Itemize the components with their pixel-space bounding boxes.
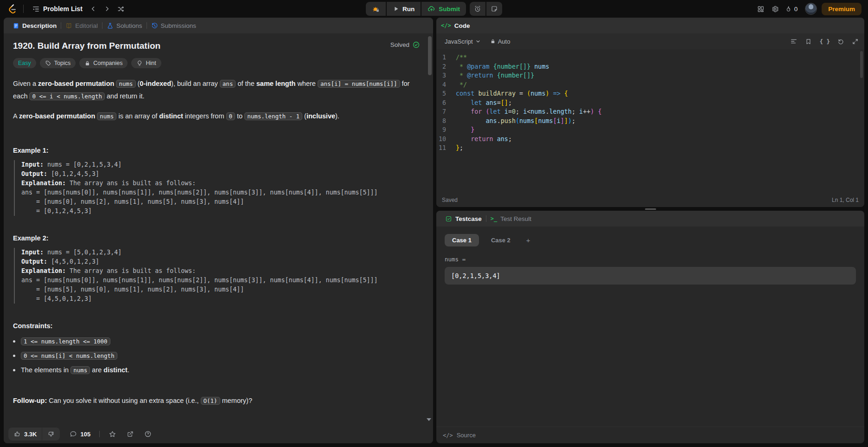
case-1-tab[interactable]: Case 1 (445, 234, 479, 246)
settings-button[interactable] (768, 2, 782, 16)
share-button[interactable] (122, 428, 138, 440)
example-2-label: Example 2: (13, 234, 420, 242)
problem-description-content: 1920. Build Array from Permutation Solve… (4, 33, 433, 425)
add-case-button[interactable]: + (523, 234, 534, 246)
tab-test-result[interactable]: >_ Test Result (486, 211, 536, 227)
testcase-input-field[interactable]: [0,2,1,5,3,4] (445, 267, 856, 285)
auto-save-toggle[interactable]: Auto (490, 38, 511, 45)
description-tab-bar: Description Editorial Solutions (4, 18, 433, 33)
premium-button[interactable]: Premium (822, 3, 862, 15)
run-button[interactable]: Run (387, 2, 421, 16)
testcase-tab-bar: Testcase >_ Test Result (436, 211, 864, 227)
hint-label: Hint (146, 60, 156, 66)
notes-button[interactable] (486, 2, 502, 16)
hint-badge[interactable]: Hint (131, 58, 161, 68)
chevron-right-icon (103, 5, 111, 13)
like-button[interactable]: 3.3K (8, 428, 42, 441)
problem-list-button[interactable]: Problem List (28, 2, 86, 16)
document-icon (13, 22, 19, 29)
solved-status-badge: Solved (390, 41, 420, 49)
code-editor-panel: </> Code JavaScript Auto (436, 18, 864, 207)
example-line: Output: [0,1,2,4,5,3] (21, 169, 420, 179)
tag-icon (45, 60, 51, 66)
cursor-position: Ln 1, Col 1 (832, 197, 859, 203)
case-2-tab[interactable]: Case 2 (484, 234, 518, 246)
code-lines: 1/**2 * @param {number[]} nums3 * @retur… (436, 53, 864, 153)
editor-scrollbar-thumb[interactable] (860, 51, 863, 78)
editor-toolbar: JavaScript Auto (436, 33, 864, 49)
submit-button[interactable]: Submit (421, 2, 466, 16)
timer-button[interactable] (470, 2, 485, 16)
description-panel: Description Editorial Solutions (4, 18, 433, 443)
bookmark-button[interactable] (805, 38, 812, 45)
debugger-bug-icon (372, 5, 380, 13)
resize-handle[interactable] (645, 208, 656, 210)
description-footer: 3.3K 105 (4, 425, 433, 443)
follow-up-text: Follow-up: Can you solve it without usin… (13, 395, 420, 407)
streak-count: 0 (794, 6, 798, 13)
lock-icon (490, 39, 496, 44)
code-line: 6 let ans=[]; (436, 98, 864, 108)
daily-streak-indicator[interactable]: 0 (782, 4, 801, 14)
tab-submissions[interactable]: Submissions (147, 18, 201, 33)
code-line: 4 */ (436, 80, 864, 90)
example-line: Input: nums = [0,2,1,5,3,4] (21, 160, 420, 169)
topics-label: Topics (54, 60, 70, 66)
tab-solutions[interactable]: Solutions (102, 18, 147, 33)
code-icon: </> (441, 22, 451, 29)
question-circle-icon (144, 430, 152, 438)
language-selector[interactable]: JavaScript (442, 36, 484, 47)
tab-description[interactable]: Description (8, 18, 61, 33)
checkbox-check-icon (445, 215, 452, 222)
problem-title: 1920. Build Array from Permutation (13, 41, 160, 51)
example-2-block: Input: nums = [5,0,1,2,3,4]Output: [4,5,… (14, 248, 420, 304)
layout-button[interactable] (753, 2, 768, 16)
workspace: Description Editorial Solutions (0, 18, 868, 447)
code-line: 7 for (let i=0; i<nums.length; i++) { (436, 107, 864, 117)
history-clock-icon (151, 22, 158, 29)
topics-badge[interactable]: Topics (40, 58, 76, 68)
code-line: 5const buildArray = (nums) => { (436, 89, 864, 98)
leetcode-logo[interactable] (6, 4, 20, 14)
tab-submissions-label: Submissions (161, 22, 197, 29)
format-code-button[interactable] (790, 38, 798, 45)
description-scrollbar-thumb[interactable] (428, 36, 432, 75)
reset-undo-icon (837, 38, 844, 45)
snippets-button[interactable]: { } (819, 38, 830, 45)
run-submit-group: Run Submit (366, 2, 466, 16)
example-line: = [nums[5], nums[0], nums[1], nums[2], n… (21, 285, 420, 294)
layout-grid-icon (757, 5, 765, 13)
scrollbar-down-arrow[interactable] (427, 418, 431, 421)
example-line: Output: [4,5,0,1,2,3] (21, 257, 420, 266)
source-label[interactable]: Source (457, 432, 476, 439)
saved-status: Saved (442, 197, 458, 203)
gear-icon (771, 5, 779, 13)
panel-resize-divider (436, 207, 864, 211)
random-problem-button[interactable] (114, 2, 128, 16)
dislike-button[interactable] (42, 428, 60, 441)
check-circle-icon (412, 41, 420, 49)
next-problem-button[interactable] (100, 2, 114, 15)
previous-problem-button[interactable] (86, 2, 100, 15)
fullscreen-button[interactable] (852, 38, 859, 45)
help-button[interactable] (140, 428, 156, 440)
comments-button[interactable]: 105 (65, 428, 95, 440)
example-line: ans = [nums[nums[0]], nums[nums[1]], num… (21, 188, 420, 197)
reset-code-button[interactable] (837, 38, 844, 45)
tab-testcase[interactable]: Testcase (441, 211, 486, 227)
description-paragraph-1: Given a zero-based permutation nums (0-i… (13, 78, 420, 103)
favorite-button[interactable] (104, 428, 121, 441)
user-avatar[interactable] (805, 3, 817, 15)
format-lines-icon (790, 38, 798, 45)
example-line: Explanation: The array ans is built as f… (21, 179, 420, 188)
lock-icon (84, 60, 90, 66)
debug-button[interactable] (366, 2, 386, 16)
code-line: 8 ans.push(nums[nums[i]]); (436, 117, 864, 126)
companies-badge[interactable]: Companies (79, 58, 128, 68)
example-line: Input: nums = [5,0,1,2,3,4] (21, 248, 420, 257)
expand-icon (852, 38, 859, 45)
problem-list-icon (32, 5, 40, 13)
tab-editorial[interactable]: Editorial (61, 18, 102, 33)
example-line: = [0,1,2,4,5,3] (21, 207, 420, 216)
code-editor[interactable]: 1/**2 * @param {number[]} nums3 * @retur… (436, 49, 864, 193)
